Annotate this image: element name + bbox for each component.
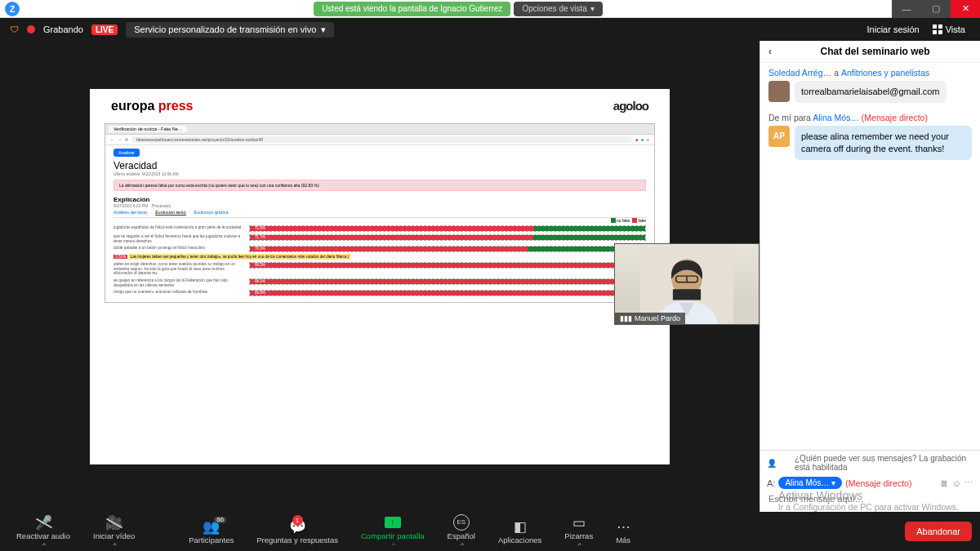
qa-badge: 1 [292,515,303,526]
svg-rect-2 [673,289,701,300]
leave-button[interactable]: Abandonar [905,522,972,541]
claim-bar: 71.9% [249,225,646,232]
more-dots-icon: ⋯ [617,518,630,535]
share-screen-button[interactable]: ↑ Compartir pantalla^ [353,513,433,549]
file-attach-icon[interactable]: 🗎 [940,478,949,488]
claim-text: doble patadas a un balón ya tengo el fút… [114,246,244,251]
qa-button[interactable]: 💬1 Preguntas y respuestas [248,513,346,549]
chevron-down-icon: ▾ [831,478,835,487]
agoloo-logo: agoloo [613,99,648,113]
view-mode-button[interactable]: Vista [928,23,970,36]
window-titlebar: Z Usted está viendo la pantalla de Ignac… [0,0,980,18]
avatar-ap: AP [768,126,790,147]
browser-tab: Verificación de noticia - Fake Ne… [109,126,187,132]
claim-row: doble patadas a un balón ya tengo el fút… [114,246,646,252]
participants-button[interactable]: 👥86 Participantes [180,513,242,549]
unmute-button[interactable]: 🎤 Reactivar audio^ [8,513,78,549]
claim-bar: 98.3% [249,262,646,269]
explanation-heading: Explicación [114,196,646,203]
apps-button[interactable]: ◧ Aplicaciones [490,513,550,549]
stream-service-label: Servicio personalizado de transmisión en… [134,24,316,34]
visibility-info: ¿Quién puede ver sus mensajes? La grabac… [795,454,973,472]
chevron-down-icon: ▾ [590,2,595,16]
recording-toolbar: 🛡 Grabando LIVE Servicio personalizado d… [0,18,980,41]
interpretation-button[interactable]: ES Español^ [439,513,483,549]
presenter-camera[interactable]: ▮▮▮ Manuel Pardo [614,243,760,325]
claim-row: piefen en exigir derechos, como tener su… [114,262,646,276]
tab-graph-evolution: Evolución gráfica [194,210,229,216]
nav-reload-icon: ⟳ [125,137,128,142]
chat-to-label: A: [767,478,775,488]
window-maximize-button[interactable]: ▢ [921,0,951,18]
apps-icon: ◧ [514,518,527,535]
tab-text-evolution: Evolución texto [155,210,185,216]
chat-recipient-1[interactable]: Anfitriones y panelistas [841,68,929,78]
participants-icon: 👥86 [203,518,220,535]
claim-text: que se negarán a ver el fútbol femenino … [114,234,244,243]
claim-bar: 71.7% [249,234,646,241]
claim-row: que se negarán a ver el fútbol femenino … [114,234,646,243]
view-options-label: Opciones de vista [522,2,587,16]
claim-text: piefen en exigir derechos, como tener su… [114,262,244,276]
meeting-controls: 🎤 Reactivar audio^ 🎥 Iniciar vídeo^ 👥86 … [0,512,980,551]
falsity-alert: La afirmación parece falsa por como está… [114,180,646,191]
claim-text: se quejan en referencia a los cargos de … [114,278,244,287]
record-dot-icon [27,25,35,33]
chat-recipient-2[interactable]: Alina Mós… [813,113,859,122]
chat-message-2: please alina remember we need your camer… [795,126,972,160]
nav-fwd-icon: → [118,137,122,142]
window-minimize-button[interactable]: — [892,0,921,18]
chat-sender-2: De mí para [768,113,811,122]
chat-input[interactable] [767,489,973,509]
window-close-button[interactable]: ✕ [951,0,980,18]
claim-text: nmigo que no cuenten», anuncian millones… [114,290,244,295]
nav-back-icon: ← [110,137,114,142]
chat-sender-1[interactable]: Soledad Arrég… [768,68,831,78]
chat-panel: ‹ Chat del seminario web Soledad Arrég… … [760,41,980,512]
whiteboard-icon: ▭ [572,514,586,531]
more-icon[interactable]: ⋯ [964,478,973,488]
legend-nofake: no fake [617,218,630,223]
shield-icon[interactable]: 🛡 [10,24,19,34]
chat-title: Chat del seminario web [778,46,972,57]
qa-icon: 💬1 [289,518,306,535]
emoji-icon[interactable]: ☺ [952,478,961,488]
screen-share-banner: Usted está viendo la pantalla de Ignacio… [314,2,510,16]
login-link[interactable]: Iniciar sesión [867,24,920,34]
legend-fake: fake [639,218,646,223]
mic-muted-icon: 🎤 [35,514,52,531]
claim-text: jugadoras españolas de fútbol está moles… [114,225,244,230]
camera-off-icon: 🎥 [105,514,122,531]
chat-back-icon[interactable]: ‹ [768,46,772,57]
stream-service-dropdown[interactable]: Servicio personalizado de transmisión en… [126,22,334,38]
url-bar: fakenewsdashboard.azurewebsites.net/proy… [131,136,632,143]
claim-row: se quejan en referencia a los cargos de … [114,278,646,287]
avatar-soledad [768,81,790,102]
start-video-button[interactable]: 🎥 Iniciar vídeo^ [85,513,143,549]
participants-count: 86 [214,517,226,523]
share-icon: ↑ [385,514,401,531]
more-button[interactable]: ⋯ Más [608,513,639,549]
signal-icon: ▮▮▮ [620,314,632,322]
camera-name-label: ▮▮▮ Manuel Pardo [615,313,685,324]
chat-to-selector[interactable]: Alina Mós…▾ [778,477,842,489]
claim-row: nmigo que no cuenten», anuncian millones… [114,290,646,296]
language-icon: ES [453,514,470,531]
tab-analysis: Análisis del texto [114,210,147,216]
visibility-icon[interactable]: 👤 [767,459,777,468]
analyze-button: Analizar [114,149,140,157]
europa-press-logo: europa press [111,99,194,113]
claim-row: jugadoras españolas de fútbol está moles… [114,225,646,232]
chat-to-dm: (Mensaje directo) [845,478,911,488]
view-label: Vista [946,24,965,34]
chevron-down-icon: ▾ [321,24,326,35]
grid-icon [933,24,942,34]
view-options-dropdown[interactable]: Opciones de vista ▾ [514,2,603,16]
veracity-heading: Veracidad [114,160,646,171]
live-badge: LIVE [91,24,118,35]
veracity-subheading: Último análisis: 9/22/2023 12:06 AM [114,171,646,176]
whiteboards-button[interactable]: ▭ Pizarras^ [556,513,601,549]
shared-screen-content: europa press agoloo Verificación de noti… [90,89,670,464]
chat-message-1: torrealbamarielaisabel@gmail.com [795,81,947,103]
claim-bar: 96.8% [249,290,646,296]
